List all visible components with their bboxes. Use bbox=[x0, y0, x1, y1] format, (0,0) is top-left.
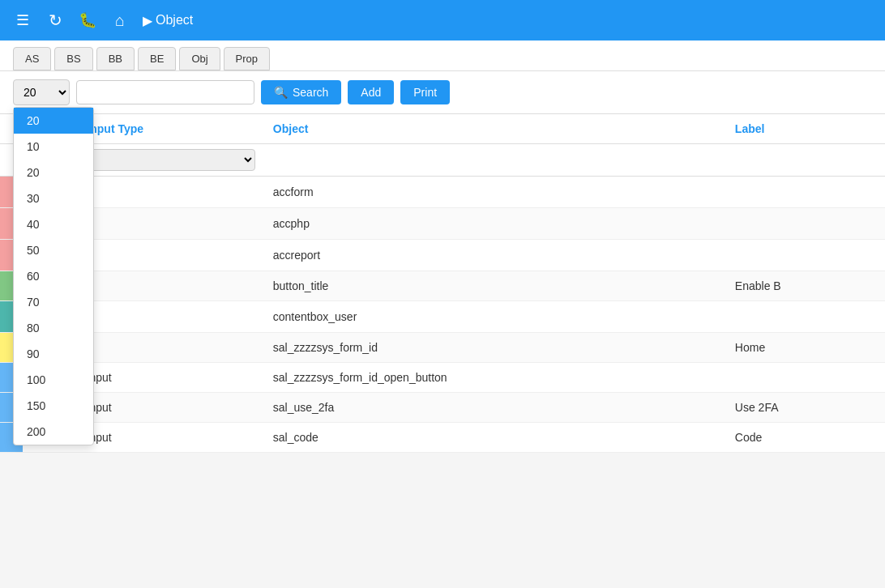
row-input-type-1 bbox=[75, 177, 261, 208]
filter-object-cell bbox=[262, 144, 724, 177]
table-row: box contentbox_user bbox=[0, 301, 885, 333]
row-object-6: sal_zzzzsys_form_id bbox=[262, 333, 724, 363]
row-object-3: accreport bbox=[262, 240, 724, 271]
dropdown-item-20[interactable]: 20 bbox=[14, 160, 93, 185]
row-object-1: accform bbox=[262, 177, 724, 208]
print-button[interactable]: Print bbox=[400, 80, 450, 104]
print-label: Print bbox=[413, 86, 437, 99]
dropdown-item-150[interactable]: 150 bbox=[14, 393, 93, 419]
dropdown-item-30[interactable]: 30 bbox=[14, 185, 93, 211]
search-label: Search bbox=[293, 86, 328, 99]
add-label: Add bbox=[361, 86, 381, 99]
row-input-type-6 bbox=[75, 333, 261, 363]
row-label-2 bbox=[724, 208, 885, 240]
row-object-4: button_title bbox=[262, 271, 724, 301]
row-input-type-4 bbox=[75, 271, 261, 301]
row-object-5: contentbox_user bbox=[262, 301, 724, 333]
row-label-9: Code bbox=[724, 423, 885, 453]
tab-be[interactable]: BE bbox=[138, 47, 176, 70]
table-row: input sal_use_2fa Use 2FA bbox=[0, 393, 885, 423]
table-header-row: Input Type Object Label bbox=[0, 114, 885, 144]
col-object: Object bbox=[262, 114, 724, 144]
dropdown-item-40[interactable]: 40 bbox=[14, 211, 93, 237]
row-label-3 bbox=[724, 240, 885, 271]
table-row: n accreport bbox=[0, 240, 885, 271]
tab-bar: AS BS BB BE Obj Prop bbox=[0, 40, 885, 71]
filter-label-cell bbox=[724, 144, 885, 177]
table-row: input sal_zzzzsys_form_id_open_button bbox=[0, 363, 885, 393]
row-input-type-9: input bbox=[75, 423, 261, 453]
home-icon[interactable]: ⌂ bbox=[110, 11, 130, 30]
table-filter-row bbox=[0, 144, 885, 177]
tab-prop[interactable]: Prop bbox=[224, 47, 270, 70]
page-size-dropdown: 20 10 20 30 40 50 60 70 80 90 100 150 20… bbox=[13, 107, 94, 445]
row-object-7: sal_zzzzsys_form_id_open_button bbox=[262, 363, 724, 393]
row-label-8: Use 2FA bbox=[724, 393, 885, 423]
dropdown-item-60[interactable]: 60 bbox=[14, 263, 93, 289]
dropdown-item-80[interactable]: 80 bbox=[14, 315, 93, 341]
table-container: Input Type Object Label bbox=[0, 114, 885, 453]
dropdown-item-50[interactable]: 50 bbox=[14, 237, 93, 263]
search-icon: 🔍 bbox=[274, 86, 288, 99]
tab-bs[interactable]: BS bbox=[54, 47, 92, 70]
row-label-1 bbox=[724, 177, 885, 208]
table-row: button_title Enable B bbox=[0, 271, 885, 301]
tab-bb[interactable]: BB bbox=[96, 47, 135, 70]
row-object-2: accphp bbox=[262, 208, 724, 240]
breadcrumb: ▶ Object bbox=[143, 13, 193, 28]
row-label-6: Home bbox=[724, 333, 885, 363]
row-object-9: sal_code bbox=[262, 423, 724, 453]
bug-icon[interactable]: 🐛 bbox=[78, 11, 97, 30]
dropdown-item-200[interactable]: 200 bbox=[14, 419, 93, 445]
filter-input-type-select[interactable] bbox=[82, 149, 254, 171]
refresh-icon[interactable]: ↻ bbox=[45, 11, 65, 30]
breadcrumb-arrow: ▶ bbox=[143, 13, 152, 28]
row-label-5 bbox=[724, 301, 885, 333]
tab-obj[interactable]: Obj bbox=[179, 47, 220, 70]
tab-as[interactable]: AS bbox=[13, 47, 51, 70]
toolbar: 20 10 30 40 50 60 70 80 90 100 150 200 🔍… bbox=[0, 71, 885, 114]
row-input-type-5 bbox=[75, 301, 261, 333]
dropdown-item-90[interactable]: 90 bbox=[14, 341, 93, 367]
page-size-select[interactable]: 20 10 30 40 50 60 70 80 90 100 150 200 bbox=[13, 79, 70, 105]
dropdown-item-10[interactable]: 10 bbox=[14, 134, 93, 160]
table-row: input sal_code Code bbox=[0, 423, 885, 453]
row-input-type-2 bbox=[75, 208, 261, 240]
filter-input-type-cell bbox=[75, 144, 261, 177]
breadcrumb-title: Object bbox=[156, 13, 193, 28]
row-input-type-7: input bbox=[75, 363, 261, 393]
dropdown-item-20-selected[interactable]: 20 bbox=[14, 108, 93, 134]
table-row: n accphp bbox=[0, 208, 885, 240]
add-button[interactable]: Add bbox=[348, 80, 394, 104]
data-table: Input Type Object Label bbox=[0, 114, 885, 453]
row-label-7 bbox=[724, 363, 885, 393]
col-input-type: Input Type bbox=[75, 114, 261, 144]
search-button[interactable]: 🔍 Search bbox=[261, 80, 341, 104]
row-input-type-3 bbox=[75, 240, 261, 271]
col-label: Label bbox=[724, 114, 885, 144]
menu-icon[interactable]: ☰ bbox=[13, 11, 32, 30]
table-row: sal_zzzzsys_form_id Home bbox=[0, 333, 885, 363]
search-input[interactable] bbox=[76, 80, 254, 104]
dropdown-item-100[interactable]: 100 bbox=[14, 367, 93, 393]
table-row: n accform bbox=[0, 177, 885, 208]
row-object-8: sal_use_2fa bbox=[262, 393, 724, 423]
header: ☰ ↻ 🐛 ⌂ ▶ Object bbox=[0, 0, 885, 40]
row-input-type-8: input bbox=[75, 393, 261, 423]
dropdown-item-70[interactable]: 70 bbox=[14, 289, 93, 315]
row-label-4: Enable B bbox=[724, 271, 885, 301]
